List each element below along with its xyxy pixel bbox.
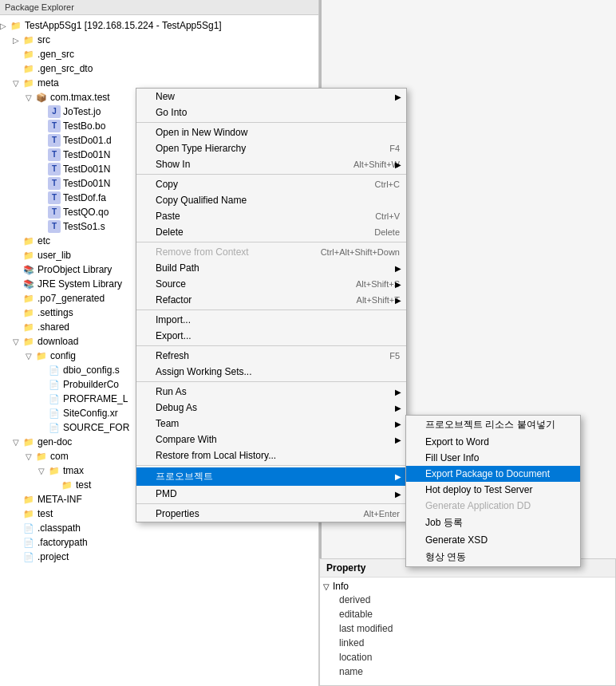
tree-label: .factorypath bbox=[38, 537, 88, 548]
menu-item-team[interactable]: Team▶ bbox=[136, 416, 406, 432]
menu-item-export[interactable]: Export... bbox=[136, 328, 406, 344]
menu-item-label: Team bbox=[156, 418, 179, 429]
menu-item-refactor[interactable]: RefactorAlt+Shift+T▶ bbox=[136, 292, 406, 308]
menu-shortcut: Alt+Shift+S bbox=[356, 279, 400, 289]
submenu-item-form_link[interactable]: 형상 연동 bbox=[406, 548, 580, 566]
menu-item-restore_local[interactable]: Restore from Local History... bbox=[136, 447, 406, 463]
submenu-arrow-icon: ▶ bbox=[395, 280, 401, 289]
submenu-item-export_package[interactable]: Export Package to Document bbox=[406, 466, 580, 482]
tree-icon: 📁 bbox=[22, 507, 35, 520]
menu-item-label: 프로오브젝트 bbox=[156, 470, 213, 483]
property-value bbox=[416, 637, 419, 650]
submenu-item-export_word[interactable]: Export to Word bbox=[406, 434, 580, 450]
tree-label: .po7_generated bbox=[38, 293, 105, 304]
menu-separator bbox=[136, 309, 406, 310]
tree-item-project_file[interactable]: 📄.project bbox=[0, 550, 318, 564]
tree-icon: 📁 bbox=[22, 493, 35, 506]
submenu-arrow-icon: ▶ bbox=[395, 490, 401, 499]
tree-arrow: ▽ bbox=[13, 337, 22, 346]
submenu-item-label: Fill User Info bbox=[425, 452, 479, 463]
property-value bbox=[416, 623, 419, 636]
tree-item-gen_src_dto[interactable]: 📁.gen_src_dto bbox=[0, 61, 318, 76]
tree-label: .classpath bbox=[38, 522, 81, 534]
tree-icon: 📁 bbox=[22, 77, 35, 89]
menu-item-go_into[interactable]: Go Into bbox=[136, 104, 406, 120]
menu-item-debug_as[interactable]: Debug As▶ bbox=[136, 400, 406, 416]
property-rows: derivededitablelast modifiedlinkedlocati… bbox=[320, 593, 615, 680]
tree-arrow: ▽ bbox=[13, 79, 22, 88]
menu-item-paste[interactable]: PasteCtrl+V bbox=[136, 208, 406, 224]
submenu-proobject: 프로오브젝트 리소스 붙여넣기Export to WordFill User I… bbox=[405, 415, 581, 567]
menu-item-pmd[interactable]: PMD▶ bbox=[136, 486, 406, 502]
property-row: last modified bbox=[320, 622, 615, 637]
submenu-arrow-icon: ▶ bbox=[395, 160, 401, 169]
submenu-arrow-icon: ▶ bbox=[395, 420, 401, 428]
property-section-arrow: ▽ bbox=[323, 582, 330, 591]
menu-item-properties[interactable]: PropertiesAlt+Enter bbox=[136, 506, 406, 522]
tree-icon: T bbox=[48, 163, 61, 175]
tree-label: JoTest.jo bbox=[63, 106, 101, 117]
tree-label: TestDo01N bbox=[63, 149, 110, 160]
tree-item-src[interactable]: ▷📁src bbox=[0, 33, 318, 47]
tree-icon: 📄 bbox=[22, 550, 35, 563]
menu-item-build_path[interactable]: Build Path▶ bbox=[136, 260, 406, 276]
submenu-arrow-icon: ▶ bbox=[395, 264, 401, 273]
tree-item-gen_src[interactable]: 📁.gen_src bbox=[0, 47, 318, 61]
tree-arrow: ▽ bbox=[13, 438, 22, 447]
menu-item-compare_with[interactable]: Compare With▶ bbox=[136, 432, 406, 447]
tree-icon: 📄 bbox=[48, 364, 61, 377]
menu-item-open_new_window[interactable]: Open in New Window bbox=[136, 124, 406, 140]
menu-item-label: Properties bbox=[156, 508, 199, 519]
submenu-item-job_register[interactable]: Job 등록 bbox=[406, 514, 580, 532]
menu-item-remove_context: Remove from ContextCtrl+Alt+Shift+Down bbox=[136, 244, 406, 260]
property-value bbox=[416, 594, 419, 607]
submenu-item-fill_user_info[interactable]: Fill User Info bbox=[406, 450, 580, 466]
tree-label: dbio_config.s bbox=[63, 365, 120, 376]
property-section-info-header[interactable]: ▽ Info bbox=[320, 579, 615, 593]
tree-icon: 📁 bbox=[22, 335, 35, 348]
property-key: name bbox=[320, 666, 416, 679]
tree-icon: 📄 bbox=[22, 522, 35, 534]
tree-icon: 📄 bbox=[22, 536, 35, 549]
menu-item-show_in[interactable]: Show InAlt+Shift+W▶ bbox=[136, 156, 406, 172]
menu-item-copy[interactable]: CopyCtrl+C bbox=[136, 176, 406, 192]
menu-item-source[interactable]: SourceAlt+Shift+S▶ bbox=[136, 276, 406, 292]
tree-icon: 📁 bbox=[22, 48, 35, 61]
submenu-item-generate_xsd[interactable]: Generate XSD bbox=[406, 532, 580, 548]
menu-item-label: Open in New Window bbox=[156, 127, 247, 138]
menu-item-refresh[interactable]: RefreshF5 bbox=[136, 348, 406, 364]
menu-item-copy_qualified[interactable]: Copy Qualified Name bbox=[136, 192, 406, 208]
property-value bbox=[416, 609, 419, 621]
menu-separator bbox=[136, 242, 406, 242]
submenu-item-label: Generate XSD bbox=[425, 534, 488, 546]
tree-item-project[interactable]: ▷📁TestApp5Sg1 [192.168.15.224 - TestApp5… bbox=[0, 18, 318, 33]
tree-label: TestApp5Sg1 [192.168.15.224 - TestApp5Sg… bbox=[25, 20, 222, 31]
tree-icon: 📁 bbox=[22, 436, 35, 448]
tree-label: TestDo01.d bbox=[63, 135, 112, 146]
tree-icon: T bbox=[48, 134, 61, 147]
menu-item-import[interactable]: Import... bbox=[136, 312, 406, 328]
tree-icon: 📁 bbox=[22, 235, 35, 247]
menu-item-delete[interactable]: DeleteDelete bbox=[136, 224, 406, 240]
tree-icon: 📁 bbox=[22, 34, 35, 46]
tree-item-factorypath[interactable]: 📄.factorypath bbox=[0, 535, 318, 550]
menu-item-label: Export... bbox=[156, 330, 192, 341]
submenu-item-proobject_resource[interactable]: 프로오브젝트 리소스 붙여넣기 bbox=[406, 416, 580, 434]
submenu-item-hot_deploy[interactable]: Hot deploy to Test Server bbox=[406, 482, 580, 498]
tree-icon: 📄 bbox=[48, 407, 61, 420]
menu-item-new[interactable]: New▶ bbox=[136, 89, 406, 104]
tree-icon: T bbox=[48, 220, 61, 233]
menu-item-assign_working[interactable]: Assign Working Sets... bbox=[136, 364, 406, 380]
tree-label: gen-doc bbox=[38, 436, 72, 447]
tree-label: download bbox=[38, 336, 78, 347]
menu-item-proobject[interactable]: 프로오브젝트▶ bbox=[136, 467, 406, 486]
menu-item-run_as[interactable]: Run As▶ bbox=[136, 384, 406, 400]
tree-label: ProObject Library bbox=[38, 264, 112, 275]
menu-item-open_type_hierarchy[interactable]: Open Type HierarchyF4 bbox=[136, 140, 406, 156]
property-panel: Property ▽ Info derivededitablelast modi… bbox=[319, 558, 616, 686]
menu-shortcut: Alt+Enter bbox=[363, 509, 400, 518]
property-row: linked bbox=[320, 637, 615, 651]
tree-item-classpath[interactable]: 📄.classpath bbox=[0, 521, 318, 535]
menu-item-label: Delete bbox=[156, 227, 184, 238]
tree-label: .shared bbox=[38, 321, 69, 333]
